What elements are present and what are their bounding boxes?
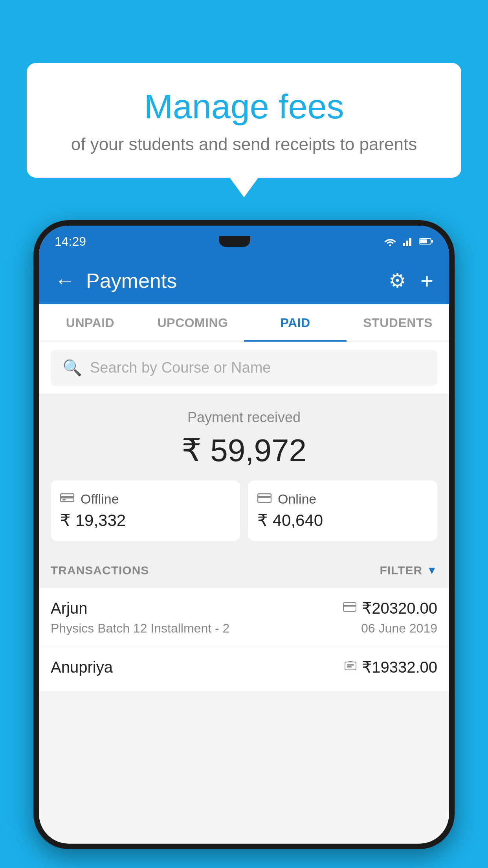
back-button[interactable]: ← <box>55 270 75 291</box>
svg-rect-16 <box>347 666 352 668</box>
svg-rect-15 <box>347 664 354 666</box>
online-label: Online <box>278 491 316 507</box>
svg-rect-11 <box>258 496 271 498</box>
online-card-header: Online <box>257 491 428 507</box>
transaction-type-icon <box>343 601 356 615</box>
transaction-top: Arjun ₹20320.00 <box>51 599 437 617</box>
svg-rect-12 <box>343 603 356 611</box>
settings-icon[interactable]: ⚙ <box>389 269 406 292</box>
notch <box>219 236 250 247</box>
transaction-top: Anupriya ₹19332.00 <box>51 658 437 676</box>
bubble-subtitle: of your students and send receipts to pa… <box>58 134 430 154</box>
payment-cards: Offline ₹ 19,332 <box>51 480 437 541</box>
transaction-bottom: Physics Batch 12 Installment - 2 06 June… <box>51 621 437 636</box>
tabs-bar: UNPAID UPCOMING PAID STUDENTS <box>39 304 449 342</box>
svg-rect-6 <box>431 240 433 243</box>
offline-amount: ₹ 19,332 <box>60 511 231 530</box>
svg-rect-8 <box>61 496 74 498</box>
transaction-amount: ₹19332.00 <box>362 658 437 676</box>
online-amount: ₹ 40,640 <box>257 511 428 530</box>
battery-icon <box>419 237 433 245</box>
tab-paid[interactable]: PAID <box>244 304 347 342</box>
status-bar: 14:29 <box>39 226 449 257</box>
search-icon: 🔍 <box>62 359 82 377</box>
filter-label: FILTER <box>380 564 423 577</box>
svg-point-0 <box>389 245 391 246</box>
svg-rect-1 <box>403 243 405 246</box>
payment-summary: Payment received ₹ 59,972 <box>39 394 449 553</box>
app-bar: ← Payments ⚙ + <box>39 257 449 304</box>
add-button[interactable]: + <box>420 268 433 294</box>
transaction-course: Physics Batch 12 Installment - 2 <box>51 621 229 636</box>
svg-rect-3 <box>409 238 411 246</box>
app-bar-actions: ⚙ + <box>389 268 433 294</box>
speech-bubble-container: Manage fees of your students and send re… <box>27 63 461 178</box>
table-row[interactable]: Anupriya ₹19332.00 <box>39 647 449 691</box>
phone-frame: 14:29 <box>33 220 455 849</box>
online-icon <box>257 491 272 507</box>
phone-container: 14:29 <box>33 220 455 849</box>
search-placeholder: Search by Course or Name <box>90 359 271 376</box>
status-time: 14:29 <box>55 234 86 249</box>
transaction-amount-container: ₹20320.00 <box>343 599 437 617</box>
transactions-label: TRANSACTIONS <box>51 564 149 577</box>
online-card: Online ₹ 40,640 <box>248 480 437 541</box>
table-row[interactable]: Arjun ₹20320.00 Physics Batch 12 Install… <box>39 588 449 647</box>
transaction-amount-container: ₹19332.00 <box>345 658 437 676</box>
svg-rect-2 <box>406 241 408 246</box>
tab-unpaid[interactable]: UNPAID <box>39 304 141 342</box>
offline-card: Offline ₹ 19,332 <box>51 480 240 541</box>
svg-rect-17 <box>349 661 352 662</box>
signal-icon <box>403 237 414 246</box>
wifi-icon <box>383 237 397 246</box>
offline-card-header: Offline <box>60 491 231 507</box>
payment-received-label: Payment received <box>51 409 437 426</box>
transaction-date: 06 June 2019 <box>361 621 437 636</box>
offline-icon <box>60 491 74 507</box>
transaction-type-icon <box>345 660 356 674</box>
speech-bubble: Manage fees of your students and send re… <box>27 63 461 178</box>
search-box[interactable]: 🔍 Search by Course or Name <box>51 350 437 386</box>
filter-button[interactable]: FILTER ▼ <box>380 564 437 577</box>
transaction-name: Anupriya <box>51 658 113 676</box>
svg-rect-14 <box>345 662 356 670</box>
app-bar-title: Payments <box>86 269 389 292</box>
offline-label: Offline <box>81 491 119 507</box>
phone-screen: 14:29 <box>39 226 449 844</box>
bubble-title: Manage fees <box>58 86 430 127</box>
status-icons <box>383 237 433 246</box>
transaction-amount: ₹20320.00 <box>362 599 437 617</box>
svg-rect-9 <box>62 499 66 500</box>
transactions-header: TRANSACTIONS FILTER ▼ <box>39 553 449 588</box>
payment-total-amount: ₹ 59,972 <box>51 432 437 469</box>
svg-rect-5 <box>420 239 427 243</box>
search-container: 🔍 Search by Course or Name <box>39 342 449 394</box>
filter-icon: ▼ <box>426 564 437 577</box>
transaction-name: Arjun <box>51 600 87 617</box>
svg-rect-13 <box>343 605 356 607</box>
tab-students[interactable]: STUDENTS <box>347 304 449 342</box>
svg-rect-10 <box>258 494 271 502</box>
tab-upcoming[interactable]: UPCOMING <box>141 304 244 342</box>
